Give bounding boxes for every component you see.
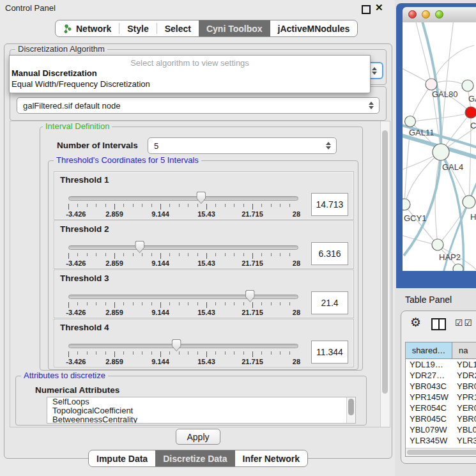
cell[interactable]: YBR0: [452, 414, 476, 424]
threshold-4-value-field[interactable]: 11.344: [311, 341, 348, 364]
table-row[interactable]: YBR043CYBR0: [406, 381, 476, 392]
zoom-button[interactable]: [435, 10, 443, 19]
table-row[interactable]: YDL19…YDL1: [406, 359, 476, 370]
settings-scrollpane: Interval Definition Number of Intervals …: [10, 121, 390, 427]
cell[interactable]: YLR345W: [406, 436, 452, 445]
network-graph: GAL80 GA C GAL11 GAL4 GCY1 H HAP2: [403, 22, 476, 271]
tab-style[interactable]: Style: [119, 20, 156, 36]
float-window-icon[interactable]: [362, 5, 371, 14]
node-hap2[interactable]: [432, 239, 443, 250]
threshold-3-slider-thumb[interactable]: [245, 290, 255, 302]
numerical-attributes-list[interactable]: SelfLoops TopologicalCoefficient Between…: [47, 397, 356, 424]
tab-network[interactable]: Network: [56, 20, 119, 36]
cell[interactable]: YLR3: [452, 436, 476, 445]
cell[interactable]: YBR043C: [406, 381, 452, 391]
cell[interactable]: YBR045C: [406, 414, 452, 424]
threshold-3-value-field[interactable]: 21.4: [311, 291, 348, 314]
node-gcy1[interactable]: [403, 199, 410, 210]
list-item[interactable]: BetweennessCentrality: [47, 415, 355, 424]
node-bottom[interactable]: [453, 264, 463, 271]
cell[interactable]: YER054C: [406, 403, 452, 413]
tick-label: 9.144: [151, 358, 169, 365]
column-header-name[interactable]: na: [452, 342, 476, 358]
number-of-intervals-value: 5: [154, 141, 158, 151]
threshold-2-slider-thumb[interactable]: [135, 241, 144, 253]
tab-infer-network[interactable]: Infer Network: [235, 450, 307, 466]
cell[interactable]: YPR1: [452, 392, 476, 402]
threshold-1-slider-thumb[interactable]: [196, 192, 206, 204]
cell[interactable]: YPR145W: [406, 392, 452, 402]
gear-icon[interactable]: ⚙: [410, 316, 421, 328]
table-row[interactable]: YBR045CYBR0: [406, 413, 476, 424]
popup-placeholder: Select algorithm to view settings: [10, 56, 370, 68]
list-vertical-scrollbar[interactable]: [346, 397, 355, 423]
cell[interactable]: YDL19…: [406, 360, 452, 369]
table-row[interactable]: YDR27…YDR2: [406, 370, 476, 381]
node-gal80[interactable]: [426, 79, 437, 90]
tab-style-label: Style: [127, 24, 148, 34]
popup-option-manual-discretization[interactable]: Manual Discretization: [10, 68, 370, 79]
close-button[interactable]: [408, 10, 417, 19]
network-canvas[interactable]: GAL80 GA C GAL11 GAL4 GCY1 H HAP2: [403, 22, 476, 271]
node-table: shared… na YDL19…YDL1 YDR27…YDR2 YBR043C…: [405, 342, 476, 457]
threshold-1-scale: -3.426 2.859 9.144 15.43 21.715 28: [68, 210, 298, 218]
scrollbar-thumb[interactable]: [348, 399, 354, 415]
algorithm-dropdown-popup: Select algorithm to view settings Manual…: [9, 55, 371, 93]
node-gal11[interactable]: [405, 116, 416, 127]
settings-vertical-scrollbar[interactable]: [380, 121, 390, 427]
threshold-panel-2: Threshold 2 -3.426 2.859 9.144 15.43: [54, 220, 354, 269]
tab-select[interactable]: Select: [157, 20, 199, 36]
tick-label: 15.43: [197, 210, 215, 218]
table-data-combobox[interactable]: galFiltered.sif default node: [17, 97, 380, 114]
cyni-toolbox-panel: Discretization Algorithm Table Data galF…: [4, 43, 392, 459]
threshold-1-value-field[interactable]: 14.713: [311, 193, 348, 216]
scrollbar-thumb[interactable]: [382, 130, 388, 394]
cell[interactable]: YDL1: [452, 360, 476, 369]
number-of-intervals-combobox[interactable]: 5: [148, 137, 337, 154]
cell[interactable]: YBR0: [452, 381, 476, 391]
cell[interactable]: YDR27…: [406, 371, 452, 380]
threshold-4-slider-thumb[interactable]: [172, 339, 181, 351]
tab-impute-data[interactable]: Impute Data: [89, 450, 155, 466]
tab-jactivemnodules[interactable]: jActiveMNodules: [270, 20, 358, 36]
tab-discretize-data[interactable]: Discretize Data: [155, 450, 234, 466]
list-item[interactable]: TopologicalCoefficient: [47, 406, 355, 415]
threshold-panel-4: Threshold 4 -3.426 2.859 9.144 15.43: [54, 319, 354, 367]
popup-option-equal-width-frequency[interactable]: Equal Width/Frequency Discretization: [10, 79, 370, 89]
cell[interactable]: YER0: [452, 403, 476, 413]
thresholds-group: Threshold's Coordinates for 5 Intervals …: [48, 160, 358, 370]
tick-label: 28: [293, 210, 300, 218]
cell[interactable]: YBL079W: [406, 425, 452, 434]
minimize-button[interactable]: [422, 10, 430, 19]
list-item[interactable]: SelfLoops: [47, 397, 355, 406]
node-h[interactable]: [463, 196, 475, 208]
node-gal4[interactable]: [433, 144, 449, 160]
table-horizontal-scrollbar[interactable]: [406, 448, 476, 456]
tick-label: 21.715: [242, 358, 263, 365]
checkbox-icons[interactable]: ☑☑: [455, 318, 473, 328]
node-label: H: [470, 212, 476, 222]
network-window-titlebar[interactable]: [403, 7, 476, 23]
column-header-shared-name[interactable]: shared…: [406, 342, 452, 358]
combo-arrows-icon: [372, 67, 376, 75]
tab-cyni-toolbox[interactable]: Cyni Toolbox: [199, 20, 270, 36]
close-icon[interactable]: ✕: [375, 3, 383, 12]
apply-button[interactable]: Apply: [176, 429, 220, 445]
split-column-icon[interactable]: [431, 318, 446, 330]
control-panel-tabbar: Network Style Select Cyni Toolbox jActiv…: [55, 20, 358, 37]
table-row[interactable]: YLR345WYLR3: [406, 435, 476, 446]
network-window[interactable]: GAL80 GA C GAL11 GAL4 GCY1 H HAP2: [396, 3, 476, 288]
node-red[interactable]: [465, 107, 476, 118]
numerical-attributes-label: Numerical Attributes: [35, 385, 119, 395]
tick-label: 15.43: [197, 358, 215, 365]
application-root: Control Panel ✕ Network Style: [0, 0, 476, 476]
table-row[interactable]: YBL079WYBL0: [406, 424, 476, 435]
node-label: GAL4: [442, 162, 463, 172]
cell[interactable]: YBL0: [452, 425, 476, 434]
cell[interactable]: YDR2: [452, 371, 476, 380]
table-row[interactable]: YPR145WYPR1: [406, 392, 476, 403]
table-row[interactable]: YER054CYER0: [406, 403, 476, 413]
scrollbar-thumb[interactable]: [407, 450, 476, 455]
node-top-right[interactable]: [462, 80, 473, 91]
threshold-2-value-field[interactable]: 6.316: [311, 242, 348, 265]
